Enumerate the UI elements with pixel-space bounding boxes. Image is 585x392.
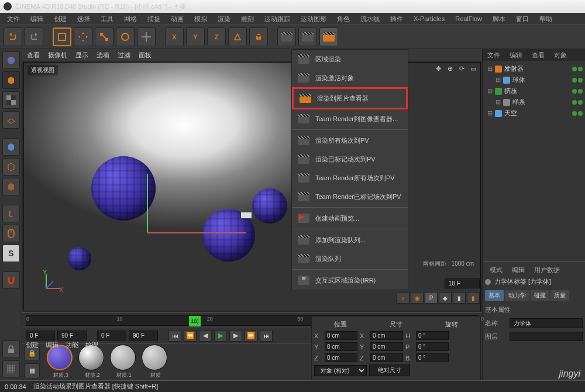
menu-帮助[interactable]: 帮助	[535, 13, 557, 25]
panel-tab[interactable]: 对象	[549, 49, 572, 61]
coord-input[interactable]	[325, 353, 357, 362]
menu-运动图形[interactable]: 运动图形	[296, 13, 331, 25]
rotate-tool[interactable]	[116, 27, 135, 46]
menu-工具[interactable]: 工具	[96, 13, 118, 25]
menu-item[interactable]: 渲染到图片查看器	[292, 87, 408, 109]
select-tool[interactable]	[53, 27, 71, 46]
menu-窗口[interactable]: 窗口	[511, 13, 534, 25]
vp-max-icon[interactable]: ▭	[469, 65, 478, 74]
lock-icon[interactable]	[2, 341, 20, 358]
key-s-icon[interactable]: ◆	[439, 292, 452, 304]
playhead[interactable]: 18)	[189, 316, 201, 326]
attr-mode[interactable]: 模式	[485, 264, 507, 276]
mat-tab[interactable]: 功能	[66, 341, 78, 349]
material-item[interactable]: 材质.2	[78, 345, 106, 379]
panel-tab[interactable]: 查看	[527, 49, 549, 61]
mat-grid-icon[interactable]: ▦	[25, 363, 40, 379]
mat-tab[interactable]: 创建	[26, 341, 39, 349]
attr-tab[interactable]: 碰撞	[531, 290, 549, 301]
key-a-icon[interactable]: ▮	[467, 292, 480, 304]
recent-tool[interactable]	[137, 27, 156, 46]
attr-mode[interactable]: 编辑	[507, 264, 529, 276]
menu-角色[interactable]: 角色	[332, 13, 355, 25]
menu-X-Particles[interactable]: X-Particles	[409, 14, 449, 23]
start-frame[interactable]: 0 F	[26, 331, 55, 341]
menu-捕捉[interactable]: 捕捉	[143, 13, 165, 25]
menu-创建[interactable]: 创建	[49, 13, 71, 25]
menu-选择[interactable]: 选择	[73, 13, 95, 25]
menu-item[interactable]: Team Render所有场次到PV	[292, 169, 408, 187]
end-frame[interactable]: 90 F	[57, 331, 87, 341]
key-p-icon[interactable]: P	[425, 292, 438, 304]
goto-start[interactable]: ⏮	[168, 330, 181, 342]
move-tool[interactable]	[74, 27, 92, 46]
viewport[interactable]: 透视视图 ✥ ⊕ ⟳ ▭ YX	[23, 62, 481, 311]
coord-input[interactable]	[325, 331, 357, 340]
panel-tab[interactable]: 文件	[483, 49, 505, 61]
mat-tab[interactable]: 编辑	[46, 341, 58, 349]
play-button[interactable]: ▶	[214, 330, 227, 342]
name-field[interactable]	[510, 318, 583, 328]
record-icon[interactable]: ●	[397, 292, 410, 304]
point-mode[interactable]	[2, 138, 20, 156]
object-row[interactable]: ⊞天空	[485, 108, 583, 119]
cube-primitive[interactable]	[249, 27, 268, 46]
sphere-object[interactable]	[91, 156, 156, 221]
polygon-mode[interactable]	[2, 178, 20, 195]
layer-field[interactable]	[510, 332, 583, 341]
panel-tab[interactable]: 编辑	[505, 49, 527, 61]
sphere-object[interactable]	[252, 188, 287, 223]
menu-item[interactable]: 添加到渲染队列...	[292, 231, 408, 249]
coord-input[interactable]	[416, 331, 449, 340]
menu-item[interactable]: 渲染所有场次到PV	[292, 131, 408, 150]
redo-button[interactable]	[25, 27, 43, 46]
material-item[interactable]: 材质.3	[47, 345, 75, 379]
mat-tab[interactable]: 纹理	[85, 341, 98, 349]
menu-RealFlow[interactable]: RealFlow	[450, 14, 487, 23]
preview-end[interactable]: 90 F	[129, 331, 158, 341]
attr-tab[interactable]: 质量	[550, 290, 569, 301]
attr-tab[interactable]: 基本	[485, 290, 504, 301]
coord-system[interactable]	[228, 27, 247, 46]
render-picture-viewer[interactable]	[319, 27, 338, 46]
next-key[interactable]: ⏩	[245, 330, 257, 342]
axis-tool[interactable]: L	[2, 205, 20, 222]
grid-icon[interactable]	[2, 360, 20, 378]
menu-item[interactable]: 渲染队列	[292, 249, 408, 268]
snap-icon[interactable]: S	[2, 245, 20, 262]
menu-脚本[interactable]: 脚本	[488, 13, 510, 25]
axis-z[interactable]: Z	[207, 27, 226, 46]
attr-mode[interactable]: 用户数据	[529, 264, 565, 276]
menu-渲染[interactable]: 渲染	[213, 13, 235, 25]
material-item[interactable]: 材质.1	[110, 345, 138, 379]
menu-item[interactable]: Team Render已标记场次到PV	[292, 187, 408, 206]
model-mode[interactable]	[2, 51, 20, 69]
render-view[interactable]	[277, 27, 296, 46]
menu-item[interactable]: Team Render到图像查看器...	[292, 109, 408, 128]
viewmenu-item[interactable]: 摄像机	[48, 51, 67, 60]
vp-zoom-icon[interactable]: ⊕	[445, 65, 455, 74]
menu-运动跟踪[interactable]: 运动跟踪	[260, 13, 295, 25]
next-frame[interactable]: ▶	[229, 330, 242, 342]
cube-icon[interactable]	[2, 71, 20, 89]
render-region[interactable]	[298, 27, 317, 46]
coord-input[interactable]	[370, 353, 403, 362]
mouse-icon[interactable]	[2, 225, 20, 242]
coord-input[interactable]	[370, 342, 403, 351]
workplane[interactable]	[2, 111, 20, 129]
abs-size-button[interactable]: 绝对尺寸	[369, 365, 410, 376]
coord-input[interactable]	[325, 342, 357, 351]
coord-input[interactable]	[416, 342, 449, 351]
texture-mode[interactable]	[2, 91, 20, 109]
menu-item[interactable]: 渲染已标记场次到PV	[292, 150, 408, 169]
coord-input[interactable]	[370, 331, 403, 340]
menu-流水线[interactable]: 流水线	[356, 13, 384, 25]
menu-item[interactable]: 区域渲染	[292, 50, 408, 68]
object-row[interactable]: ⊞发射器	[485, 63, 583, 74]
vp-rotate-icon[interactable]: ⟳	[457, 65, 466, 74]
menu-插件[interactable]: 插件	[386, 13, 408, 25]
viewmenu-item[interactable]: 查看	[27, 51, 40, 60]
goto-end[interactable]: ⏭	[260, 330, 273, 342]
magnet-icon[interactable]	[2, 271, 20, 289]
menu-item[interactable]: irr交互式区域渲染(IRR)	[292, 271, 408, 290]
